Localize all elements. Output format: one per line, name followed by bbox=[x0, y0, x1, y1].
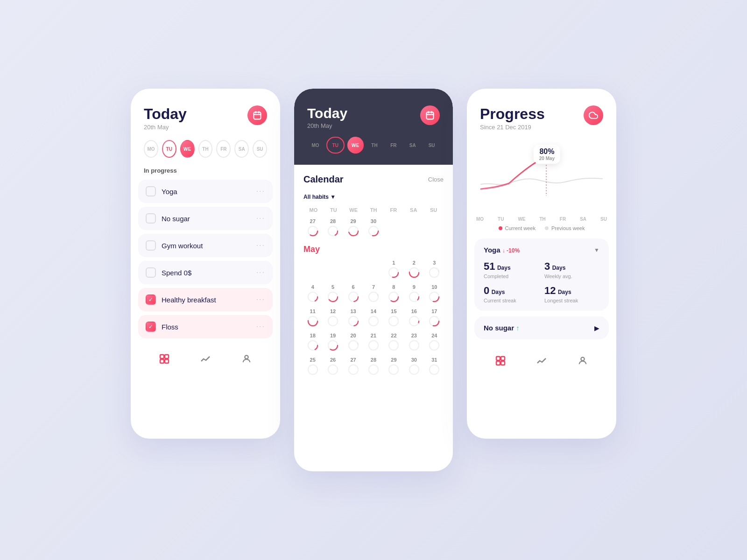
spend-checkbox[interactable] bbox=[146, 267, 156, 278]
may-19[interactable]: 19 bbox=[324, 331, 342, 353]
may-26[interactable]: 26 bbox=[324, 355, 342, 378]
chart-nav-3-icon[interactable] bbox=[535, 354, 548, 367]
tasks-nav-3-icon[interactable] bbox=[494, 354, 507, 367]
may-10[interactable]: 10 bbox=[425, 282, 444, 305]
chart-legend: Current week Previous week bbox=[467, 222, 616, 238]
gym-menu[interactable]: ··· bbox=[256, 241, 265, 250]
may-4[interactable]: 4 bbox=[303, 282, 322, 305]
cal-cell-29[interactable]: 29 bbox=[344, 217, 362, 239]
may-15[interactable]: 15 bbox=[385, 307, 403, 329]
may-13[interactable]: 13 bbox=[344, 307, 362, 329]
day-fr[interactable]: FR bbox=[216, 140, 231, 158]
profile-nav-icon[interactable] bbox=[240, 352, 253, 365]
may-16[interactable]: 16 bbox=[405, 307, 423, 329]
yoga-expand-btn[interactable]: ▼ bbox=[594, 247, 599, 253]
svg-point-67 bbox=[348, 365, 358, 374]
yoga-menu[interactable]: ··· bbox=[256, 187, 265, 196]
may-23[interactable]: 23 bbox=[405, 331, 423, 353]
habit-spend[interactable]: Spend 0$ ··· bbox=[138, 261, 273, 284]
may-21[interactable]: 21 bbox=[364, 331, 382, 353]
may-5[interactable]: 5 bbox=[324, 282, 342, 305]
day-mo[interactable]: MO bbox=[144, 140, 158, 158]
breakfast-menu[interactable]: ··· bbox=[256, 295, 265, 304]
svg-rect-0 bbox=[254, 112, 261, 119]
cal-day-fr[interactable]: FR bbox=[385, 137, 402, 154]
habit-no-sugar[interactable]: No sugar ··· bbox=[138, 207, 273, 230]
gym-checkbox[interactable] bbox=[146, 240, 156, 251]
cal-habits-filter[interactable]: All habits ▼ bbox=[303, 194, 336, 200]
yoga-checkbox[interactable] bbox=[146, 186, 156, 196]
prev-month-row: 27 28 29 30 bbox=[303, 217, 444, 239]
may-28[interactable]: 28 bbox=[364, 355, 382, 378]
spend-menu[interactable]: ··· bbox=[256, 268, 265, 277]
svg-point-49 bbox=[389, 316, 398, 326]
may-24[interactable]: 24 bbox=[425, 331, 444, 353]
day-th[interactable]: TH bbox=[198, 140, 213, 158]
day-we[interactable]: WE bbox=[180, 140, 195, 158]
may-2[interactable]: 2 bbox=[405, 258, 423, 280]
habit-breakfast[interactable]: ✓ Healthy breakfast ··· bbox=[138, 288, 273, 311]
may-7[interactable]: 7 bbox=[364, 282, 382, 305]
may-14[interactable]: 14 bbox=[364, 307, 382, 329]
svg-point-64 bbox=[430, 341, 439, 350]
breakfast-checkbox[interactable]: ✓ bbox=[146, 294, 156, 305]
cal-close-btn[interactable]: Close bbox=[428, 176, 444, 183]
cal-day-sa[interactable]: SA bbox=[404, 137, 421, 154]
habit-gym[interactable]: Gym workout ··· bbox=[138, 234, 273, 257]
cal-day-mo[interactable]: MO bbox=[307, 137, 324, 154]
cal-cell-28[interactable]: 28 bbox=[324, 217, 342, 239]
calendar-icon-button[interactable] bbox=[247, 105, 267, 125]
svg-point-8 bbox=[245, 356, 248, 359]
cal-day-th[interactable]: TH bbox=[366, 137, 383, 154]
floss-checkbox[interactable]: ✓ bbox=[146, 322, 156, 332]
no-sugar-menu[interactable]: ··· bbox=[256, 214, 265, 223]
cal-dark-header: Today 20th May MO TU WE TH FR bbox=[294, 89, 453, 165]
may-25[interactable]: 25 bbox=[303, 355, 322, 378]
tasks-nav-icon[interactable] bbox=[158, 352, 171, 365]
svg-rect-75 bbox=[501, 357, 505, 360]
no-sugar-stat-card[interactable]: No sugar ↑ ▶ bbox=[474, 316, 609, 339]
may-8[interactable]: 8 bbox=[385, 282, 403, 305]
may-11[interactable]: 11 bbox=[303, 307, 322, 329]
svg-point-43 bbox=[328, 316, 338, 326]
may-22[interactable]: 22 bbox=[385, 331, 403, 353]
habit-floss[interactable]: ✓ Floss ··· bbox=[138, 315, 273, 338]
may-30[interactable]: 30 bbox=[405, 355, 423, 378]
may-18[interactable]: 18 bbox=[303, 331, 322, 353]
may-3[interactable]: 3 bbox=[425, 258, 444, 280]
may-6[interactable]: 6 bbox=[344, 282, 362, 305]
may-1[interactable]: 1 bbox=[385, 258, 403, 280]
day-su[interactable]: SU bbox=[253, 140, 267, 158]
legend-current: Current week bbox=[499, 225, 536, 231]
habit-yoga[interactable]: Yoga ··· bbox=[138, 180, 273, 203]
cal-cell-27[interactable]: 27 bbox=[303, 217, 322, 239]
cal-cell-30[interactable]: 30 bbox=[364, 217, 382, 239]
day-tu[interactable]: TU bbox=[162, 140, 176, 158]
chart-nav-icon[interactable] bbox=[199, 352, 212, 365]
may-12[interactable]: 12 bbox=[324, 307, 342, 329]
no-sugar-checkbox[interactable] bbox=[146, 213, 156, 224]
cal-day-su[interactable]: SU bbox=[423, 137, 440, 154]
yoga-completed: 51 Days Completed bbox=[484, 260, 539, 279]
svg-rect-77 bbox=[501, 361, 505, 365]
yoga-stat-header: Yoga ↓ -10% ▼ bbox=[484, 246, 599, 254]
may-20[interactable]: 20 bbox=[344, 331, 362, 353]
no-sugar-expand-icon[interactable]: ▶ bbox=[594, 324, 599, 332]
may-29[interactable]: 29 bbox=[385, 355, 403, 378]
may-27[interactable]: 27 bbox=[344, 355, 362, 378]
svg-rect-76 bbox=[496, 361, 500, 365]
today-header-text: Today 20th May bbox=[144, 105, 187, 131]
may-9[interactable]: 9 bbox=[405, 282, 423, 305]
today-header: Today 20th May bbox=[131, 89, 280, 140]
day-sa[interactable]: SA bbox=[234, 140, 249, 158]
cal-day-we[interactable]: WE bbox=[347, 137, 364, 154]
habit-list: Yoga ··· No sugar ··· Gym workout ··· Sp… bbox=[131, 180, 280, 338]
may-31[interactable]: 31 bbox=[425, 355, 444, 378]
progress-icon-btn[interactable] bbox=[584, 105, 603, 125]
cal-day-tu[interactable]: TU bbox=[326, 137, 345, 154]
cal-calendar-icon-btn[interactable] bbox=[420, 105, 440, 125]
floss-menu[interactable]: ··· bbox=[256, 322, 265, 331]
may-17[interactable]: 17 bbox=[425, 307, 444, 329]
svg-rect-5 bbox=[165, 355, 169, 358]
profile-nav-3-icon[interactable] bbox=[576, 354, 589, 367]
